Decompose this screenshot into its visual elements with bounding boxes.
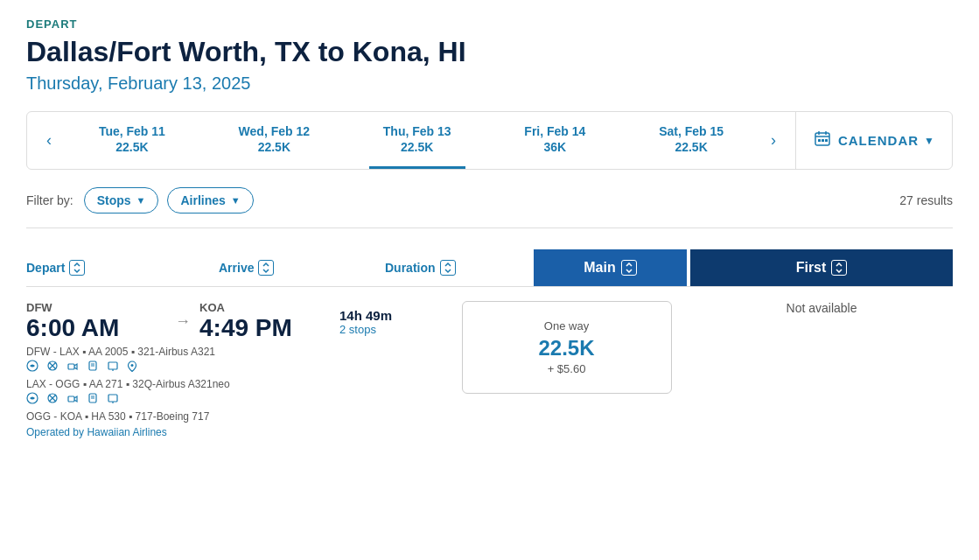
date-label-4: Sat, Feb 15: [659, 124, 724, 138]
flight-arrow-icon: →: [175, 312, 191, 331]
main-price-type: One way: [489, 319, 645, 332]
date-nav-container: ‹ Tue, Feb 11 22.5K Wed, Feb 12 22.5K Th…: [26, 111, 953, 170]
sort-duration-button[interactable]: Duration: [385, 260, 525, 276]
segments-list: DFW - LAX ▪ AA 2005 ▪ 321-Airbus A321 LA…: [26, 346, 437, 438]
svg-rect-9: [68, 364, 74, 369]
depart-airport-code: DFW: [26, 301, 166, 314]
svg-rect-5: [822, 139, 824, 142]
seg0-dot1: ▪: [82, 346, 88, 358]
stops-filter-label: Stops: [97, 193, 131, 207]
seg0-flight: AA 2005: [88, 346, 128, 358]
seg1-plane: 32Q-Airbus A321neo: [132, 378, 229, 390]
sort-left-cols: Depart Arrive Duration: [26, 249, 525, 286]
sort-main-label: Main: [584, 260, 615, 276]
date-item-1[interactable]: Wed, Feb 12 22.5K: [225, 112, 324, 169]
airlines-filter-label: Airlines: [180, 193, 225, 207]
svg-point-15: [131, 364, 134, 367]
first-price-col: Not available: [690, 301, 953, 315]
amenities-1: [26, 360, 437, 374]
seg2-route: OGG - KOA: [26, 410, 81, 423]
date-label-3: Fri, Feb 14: [524, 124, 585, 138]
date-item-4[interactable]: Sat, Feb 15 22.5K: [645, 112, 738, 169]
date-price-1: 22.5K: [258, 140, 290, 154]
sort-first-icon: [831, 260, 847, 276]
arrive-time: 4:49 PM: [199, 314, 313, 342]
calendar-dropdown-arrow: ▼: [924, 135, 934, 147]
date-item-2[interactable]: Thu, Feb 13 22.5K: [369, 112, 465, 169]
sort-header: Depart Arrive Duration Main: [26, 242, 953, 286]
depart-block: DFW 6:00 AM: [26, 301, 166, 342]
prev-arrow[interactable]: ‹: [36, 131, 62, 150]
route-title: Dallas/Fort Worth, TX to Kona, HI: [26, 36, 953, 68]
segment-0: DFW - LAX ▪ AA 2005 ▪ 321-Airbus A321: [26, 346, 437, 358]
flight-duration: 14h 49m: [339, 308, 392, 323]
date-item-3[interactable]: Fri, Feb 14 36K: [510, 112, 599, 169]
date-item-0[interactable]: Tue, Feb 11 22.5K: [85, 112, 179, 169]
svg-rect-22: [108, 395, 117, 402]
seg2-dot2: ▪: [129, 410, 136, 423]
svg-rect-4: [818, 139, 821, 142]
filter-bar: Filter by: Stops ▼ Airlines ▼ 27 results: [26, 187, 953, 228]
svg-rect-6: [825, 139, 828, 142]
sort-first-label: First: [796, 260, 827, 276]
arrive-block: KOA 4:49 PM: [199, 301, 313, 342]
date-label-0: Tue, Feb 11: [99, 124, 165, 138]
operated-by: Operated by Hawaiian Airlines: [26, 426, 437, 438]
svg-rect-13: [108, 362, 117, 369]
sort-depart-label: Depart: [26, 261, 65, 275]
flight-info-0: DFW 6:00 AM → KOA 4:49 PM 14h 49m 2 stop…: [26, 301, 437, 438]
airlines-dropdown-arrow: ▼: [231, 195, 241, 206]
depart-label: DEPART: [26, 18, 953, 31]
duration-block: 14h 49m 2 stops: [339, 308, 392, 336]
flight-stops: 2 stops: [339, 323, 392, 336]
depart-time: 6:00 AM: [26, 314, 166, 342]
airlines-filter-button[interactable]: Airlines ▼: [167, 187, 253, 214]
seg1-route: LAX - OGG: [26, 378, 80, 390]
calendar-icon: [814, 130, 831, 151]
date-nav-scroll: ‹ Tue, Feb 11 22.5K Wed, Feb 12 22.5K Th…: [27, 112, 795, 169]
calendar-button[interactable]: CALENDAR ▼: [795, 112, 952, 169]
segment-2: OGG - KOA ▪ HA 530 ▪ 717-Boeing 717: [26, 410, 437, 423]
main-price-cash: + $5.60: [489, 362, 645, 375]
sort-arrive-icon: [258, 260, 274, 276]
sort-first-button[interactable]: First: [690, 249, 953, 286]
calendar-text: CALENDAR: [838, 133, 919, 148]
seg0-plane: 321-Airbus A321: [137, 346, 215, 358]
first-not-available: Not available: [787, 301, 857, 315]
route-date: Thursday, February 13, 2025: [26, 74, 953, 94]
seg1-flight: AA 271: [89, 378, 123, 390]
flight-row-0: DFW 6:00 AM → KOA 4:49 PM 14h 49m 2 stop…: [26, 286, 953, 452]
sort-depart-button[interactable]: Depart: [26, 260, 166, 276]
date-price-4: 22.5K: [675, 140, 707, 154]
date-price-2: 22.5K: [401, 140, 433, 154]
date-items: Tue, Feb 11 22.5K Wed, Feb 12 22.5K Thu,…: [62, 112, 760, 169]
times-row: DFW 6:00 AM → KOA 4:49 PM 14h 49m 2 stop…: [26, 301, 437, 342]
main-price-miles: 22.5K: [489, 336, 645, 360]
date-price-3: 36K: [544, 140, 567, 154]
seg2-flight: HA 530: [91, 410, 125, 423]
segment-1: LAX - OGG ▪ AA 271 ▪ 32Q-Airbus A321neo: [26, 378, 437, 390]
date-label-1: Wed, Feb 12: [239, 124, 310, 138]
results-count: 27 results: [899, 193, 953, 207]
svg-rect-18: [68, 396, 74, 402]
seg2-plane: 717-Boeing 717: [136, 410, 210, 423]
main-price-col[interactable]: One way 22.5K + $5.60: [446, 301, 687, 394]
sort-arrive-button[interactable]: Arrive: [219, 260, 332, 276]
main-price-card[interactable]: One way 22.5K + $5.60: [462, 301, 672, 394]
sort-duration-label: Duration: [385, 261, 436, 275]
filter-label: Filter by:: [26, 193, 73, 207]
sort-arrive-label: Arrive: [219, 261, 254, 275]
date-label-2: Thu, Feb 13: [383, 124, 451, 138]
sort-duration-icon: [440, 260, 456, 276]
sort-main-icon: [621, 260, 637, 276]
date-price-0: 22.5K: [115, 140, 148, 154]
stops-dropdown-arrow: ▼: [136, 195, 146, 206]
stops-filter-button[interactable]: Stops ▼: [84, 187, 159, 214]
seg1-dot1: ▪: [83, 378, 89, 390]
amenities-2: [26, 392, 437, 407]
sort-depart-icon: [69, 260, 85, 276]
seg0-route: DFW - LAX: [26, 346, 80, 358]
next-arrow[interactable]: ›: [760, 131, 787, 150]
sort-main-button[interactable]: Main: [534, 249, 687, 286]
arrive-airport-code: KOA: [199, 301, 313, 314]
